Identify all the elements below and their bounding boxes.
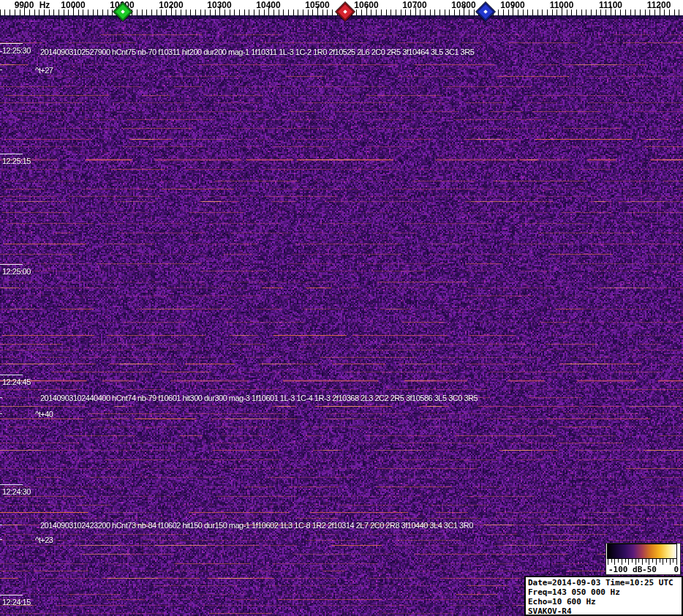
freq-label: 9900 (15, 0, 34, 10)
echo-annotation-time-offset: ^t+23 (35, 536, 53, 544)
infobox-station-id: SVAKOV-R4 (528, 606, 682, 616)
freq-label: 11100 (599, 0, 622, 10)
colorbar-label: -100 dB (608, 565, 642, 574)
freq-label: 10900 (500, 0, 524, 10)
colorbar-label: 0 (673, 565, 679, 574)
freq-label: 10200 (159, 0, 183, 10)
time-label: 12:25:15 (2, 157, 31, 165)
freq-label: 10800 (451, 0, 475, 10)
time-label: 12:24:45 (2, 378, 31, 386)
freq-label: Hz (39, 0, 50, 10)
echo-annotation-time-offset: ^t+27 (35, 66, 53, 75)
infobox-frequency: Freq=143 050 000 Hz (528, 587, 682, 597)
marker-center-dot (483, 10, 488, 14)
marker-center-dot (343, 10, 347, 14)
marker-center-dot (121, 10, 125, 14)
frequency-ruler[interactable]: 9900Hz1000010100102001030010400105001060… (0, 0, 683, 16)
time-label: 12:24:30 (2, 487, 31, 496)
infobox-echo-frequency: Echo=10 600 Hz (528, 597, 682, 606)
time-label: 12:25:30 (2, 46, 31, 55)
echo-annotation-time-offset: ^t+40 (35, 410, 53, 418)
freq-label: 10000 (61, 0, 85, 10)
echo-annotation: 20140903102527900 hCnt75 nb-70 f10311 hi… (40, 48, 474, 56)
freq-label: 10500 (305, 0, 329, 10)
echo-annotation: 20140903102423200 hCnt73 nb-84 f10602 hi… (40, 521, 473, 530)
colorbar-label: -50 (642, 565, 657, 574)
infobox-date-time: Date=2014-09-03 Time=10:25 UTC (528, 578, 682, 587)
status-infobox: Date=2014-09-03 Time=10:25 UTC Freq=143 … (524, 576, 683, 616)
freq-label: 10300 (207, 0, 231, 10)
echo-annotation: 20140903102440400 hCnt74 nb-79 f10601 hi… (40, 394, 478, 402)
freq-label: 11000 (550, 0, 574, 10)
freq-label: 10600 (354, 0, 378, 10)
time-label: 12:24:15 (2, 598, 31, 606)
freq-label: 10400 (256, 0, 280, 10)
time-label: 12:25:00 (2, 267, 31, 276)
meteor-echo-window: 9900Hz1000010100102001030010400105001060… (0, 0, 683, 616)
freq-label: 10700 (402, 0, 426, 10)
freq-label: 11200 (647, 0, 671, 10)
